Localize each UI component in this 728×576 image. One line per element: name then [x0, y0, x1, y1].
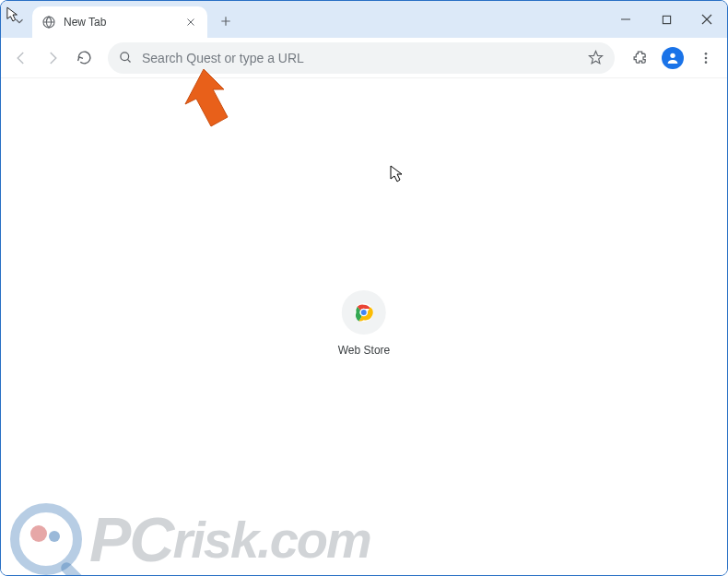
- forward-button[interactable]: [40, 45, 65, 71]
- close-window-button[interactable]: [687, 1, 727, 38]
- svg-point-15: [705, 61, 708, 64]
- svg-point-14: [705, 56, 708, 59]
- minimize-button[interactable]: [605, 1, 646, 38]
- shortcut-web-store[interactable]: Web Store: [338, 290, 390, 357]
- svg-point-12: [670, 53, 675, 57]
- shortcut-label: Web Store: [338, 344, 390, 357]
- browser-tab[interactable]: New Tab: [32, 6, 207, 38]
- svg-point-13: [705, 53, 708, 55]
- close-tab-button[interactable]: [183, 15, 198, 29]
- avatar-icon: [662, 47, 684, 69]
- maximize-button[interactable]: [646, 1, 687, 38]
- tabs-dropdown-button[interactable]: [6, 8, 32, 34]
- title-bar: New Tab: [1, 1, 727, 38]
- svg-marker-11: [589, 51, 602, 63]
- svg-rect-6: [663, 16, 670, 23]
- shortcut-circle: [342, 290, 386, 335]
- svg-line-10: [127, 59, 130, 62]
- menu-button[interactable]: [692, 44, 720, 72]
- window-controls: [605, 1, 727, 38]
- new-tab-page: Web Store: [1, 78, 727, 575]
- search-icon: [119, 51, 133, 65]
- extensions-button[interactable]: [626, 44, 653, 72]
- svg-point-9: [121, 53, 129, 61]
- tab-title: New Tab: [64, 16, 176, 29]
- reload-button[interactable]: [71, 45, 97, 71]
- chrome-icon: [354, 302, 374, 323]
- bookmark-star-icon[interactable]: [588, 50, 604, 65]
- address-input[interactable]: [142, 51, 579, 65]
- globe-icon: [41, 15, 56, 29]
- back-button[interactable]: [8, 45, 34, 71]
- address-bar[interactable]: [108, 42, 615, 74]
- new-tab-button[interactable]: [213, 8, 239, 34]
- toolbar: [1, 38, 727, 78]
- profile-button[interactable]: [659, 44, 687, 72]
